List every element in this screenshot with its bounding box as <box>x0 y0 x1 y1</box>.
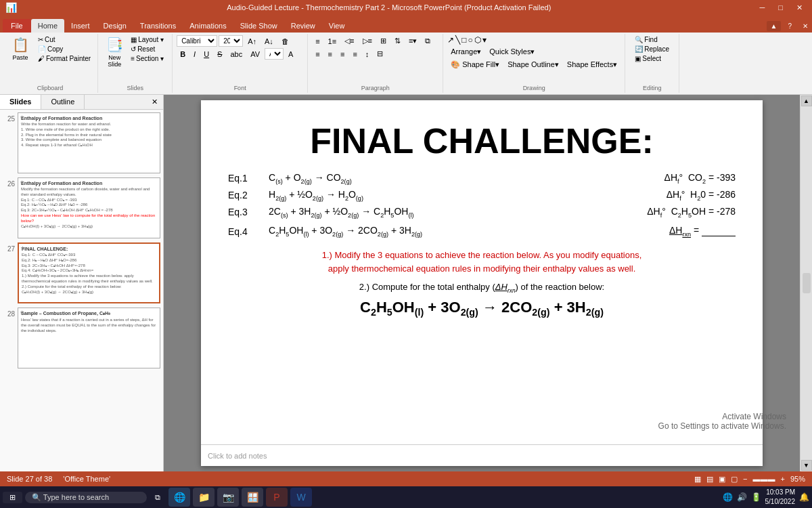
outline-tab[interactable]: Outline <box>41 95 85 109</box>
taskbar-app-explorer[interactable]: 📁 <box>193 488 215 507</box>
view-outline-btn[interactable]: ▤ <box>706 475 713 484</box>
scroll-handle[interactable] <box>803 273 811 293</box>
notifications-btn[interactable]: 🔔 <box>799 492 809 502</box>
shape-eq-icon: ⬡ <box>474 35 481 45</box>
align-text-btn[interactable]: ≡▾ <box>405 35 420 47</box>
strikethrough-btn[interactable]: S <box>214 49 225 60</box>
bullets-btn[interactable]: ≡ <box>312 36 323 47</box>
slide-thumb-27[interactable]: ★ FINAL CHALLENGE: Eq.1: C→CO₂ ΔHf° CO₂=… <box>18 242 160 303</box>
increase-indent-btn[interactable]: ▷≡ <box>359 35 376 47</box>
font-color-btn[interactable]: A <box>285 49 296 60</box>
scroll-down-btn[interactable]: ▼ <box>801 460 812 471</box>
shape-arrow-icon: ↗ <box>447 35 454 45</box>
taskbar-app-pp[interactable]: P <box>266 488 288 507</box>
notes-area[interactable]: Click to add notes <box>201 444 763 466</box>
cut-btn[interactable]: ✂ Cut <box>35 35 93 44</box>
restore-btn[interactable]: □ <box>774 3 787 12</box>
tab-view[interactable]: View <box>322 19 352 33</box>
section-btn[interactable]: ≡ Section ▾ <box>128 54 166 63</box>
tab-slide-show[interactable]: Slide Show <box>233 19 284 33</box>
copy-btn[interactable]: 📄 Copy <box>35 45 93 54</box>
close-btn[interactable]: ✕ <box>792 3 807 12</box>
paste-btn[interactable]: 📋 Paste <box>7 35 34 62</box>
bold-btn[interactable]: B <box>177 49 189 60</box>
start-btn[interactable]: ⊞ <box>3 492 22 503</box>
slide-thumb-28[interactable]: ★ Sample – Combustion of Propane, C₃H₈ H… <box>18 308 160 368</box>
paste-icon: 📋 <box>12 37 29 53</box>
clear-format-btn[interactable]: 🗑 <box>278 36 292 47</box>
panel-close-btn[interactable]: ✕ <box>146 95 163 109</box>
shape-effects-btn[interactable]: Shape Effects▾ <box>564 59 621 70</box>
zoom-slider[interactable]: ▬▬▬ <box>753 475 775 483</box>
taskbar-app-word[interactable]: W <box>290 488 312 507</box>
slides-tab[interactable]: Slides <box>0 95 41 109</box>
shape-fill-btn[interactable]: 🎨 Shape Fill▾ <box>447 59 503 70</box>
justify-btn[interactable]: ≡ <box>349 49 360 60</box>
view-slideshow-btn[interactable]: ▢ <box>731 475 738 484</box>
zoom-plus-btn[interactable]: + <box>781 475 785 483</box>
reset-btn[interactable]: ↺ Reset <box>128 45 166 54</box>
slide-thumb-25[interactable]: ★ Enthalpy of Formation and Reaction Wri… <box>18 112 160 173</box>
collapse-ribbon-btn[interactable]: ▲ <box>767 21 782 31</box>
new-slide-btn[interactable]: 📑 NewSlide <box>102 35 127 69</box>
tab-review[interactable]: Review <box>284 19 322 33</box>
columns-btn[interactable]: ⊟ <box>374 48 386 60</box>
arrange-btn[interactable]: Arrange▾ <box>447 46 484 58</box>
align-left-btn[interactable]: ≡ <box>312 49 323 60</box>
smartart-btn[interactable]: ⧉ <box>422 35 434 47</box>
tab-transitions[interactable]: Transitions <box>133 19 183 33</box>
scroll-up-btn[interactable]: ▲ <box>801 96 812 106</box>
slide-canvas[interactable]: FINAL CHALLENGE: Eq.1 C(s) + O2(g) → CO2… <box>201 100 763 466</box>
font-grow-btn[interactable]: A↑ <box>244 36 260 47</box>
taskbar-app-store[interactable]: 🪟 <box>242 488 263 507</box>
close-ribbon-btn[interactable]: ✕ <box>798 21 812 31</box>
network-icon[interactable]: 🌐 <box>723 492 733 502</box>
font-shrink-btn[interactable]: A↓ <box>261 36 277 47</box>
format-painter-btn[interactable]: 🖌 Format Painter <box>35 54 93 63</box>
taskbar-app-edge[interactable]: 🌐 <box>168 488 190 507</box>
equation-row-3: Eq.3 2C(s) + 3H2(g) + ½O2(g) → C2H5OH(l)… <box>228 206 736 219</box>
reset-icon: ↺ <box>131 45 136 53</box>
line-spacing-btn[interactable]: ↕ <box>362 49 373 60</box>
font-size-select[interactable]: 20 <box>219 35 243 47</box>
underline-btn[interactable]: U <box>200 49 212 60</box>
view-normal-btn[interactable]: ▦ <box>694 475 701 484</box>
align-center-btn[interactable]: ≡ <box>325 49 336 60</box>
numbering-btn[interactable]: 1≡ <box>325 36 340 47</box>
tab-insert[interactable]: Insert <box>64 19 97 33</box>
tab-animations[interactable]: Animations <box>183 19 233 33</box>
clipboard-label: Clipboard <box>37 83 64 91</box>
decrease-indent-btn[interactable]: ◁≡ <box>341 35 357 47</box>
select-btn[interactable]: ▣ Select <box>632 54 672 63</box>
quick-styles-btn[interactable]: Quick Styles▾ <box>486 46 538 58</box>
task-view-btn[interactable]: ⧉ <box>150 492 166 503</box>
font-case-select[interactable]: Aa <box>265 48 284 60</box>
battery-icon[interactable]: 🔋 <box>751 492 761 502</box>
help-btn[interactable]: ? <box>784 21 796 31</box>
equation-row-4: Eq.4 C2H5OH(l) + 3O2(g) → 2CO2(g) + 3H2(… <box>228 225 736 238</box>
zoom-minus-btn[interactable]: − <box>743 475 747 483</box>
replace-btn[interactable]: 🔄 Replace <box>632 45 672 54</box>
minimize-btn[interactable]: ─ <box>756 3 769 12</box>
sound-icon[interactable]: 🔊 <box>737 492 747 502</box>
clock-display[interactable]: 10:03 PM 5/10/2022 <box>765 488 796 507</box>
italic-btn[interactable]: I <box>190 49 199 60</box>
align-right-btn[interactable]: ≡ <box>337 49 348 60</box>
view-reading-btn[interactable]: ▣ <box>719 475 725 484</box>
tab-file[interactable]: File <box>3 19 31 33</box>
font-family-select[interactable]: Calibri <box>177 35 217 47</box>
text-direction-btn[interactable]: ⇅ <box>391 35 404 47</box>
tab-design[interactable]: Design <box>97 19 133 33</box>
find-btn[interactable]: 🔍 Find <box>632 35 672 44</box>
shape-outline-btn[interactable]: Shape Outline▾ <box>504 59 562 70</box>
search-bar[interactable]: 🔍 Type here to search <box>25 492 147 503</box>
slides-label: Slides <box>127 83 143 91</box>
char-spacing-btn[interactable]: AV <box>247 49 263 60</box>
slide-thumb-26[interactable]: ★ Enthalpy of Formation and Reaction Mod… <box>18 177 160 238</box>
taskbar-app-photos[interactable]: 📷 <box>217 488 239 507</box>
tab-home[interactable]: Home <box>31 19 64 33</box>
shadow-btn[interactable]: abc <box>227 49 246 60</box>
layout-btn[interactable]: ▦ Layout ▾ <box>128 35 166 44</box>
shapes-more-btn[interactable]: ▾ <box>482 35 487 45</box>
cols-btn[interactable]: ⊞ <box>377 35 390 47</box>
